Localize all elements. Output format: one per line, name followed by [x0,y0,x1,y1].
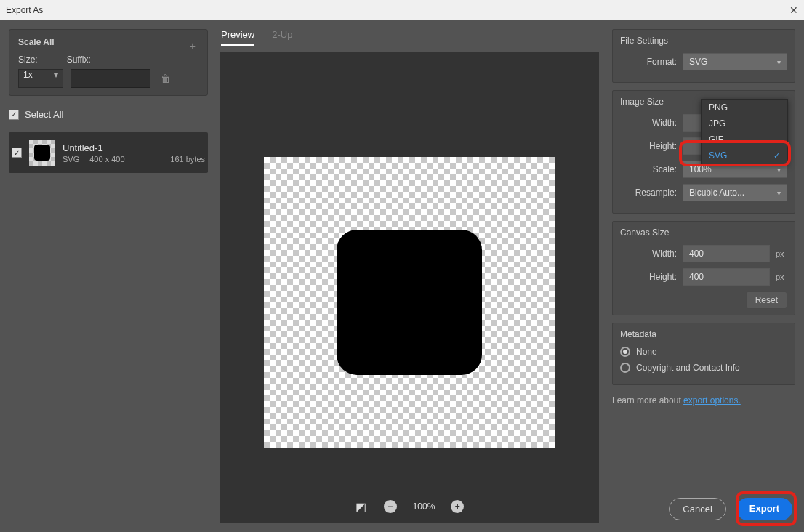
asset-thumbnail [29,140,55,166]
zoom-in-icon[interactable]: + [451,500,464,513]
titlebar: Export As ✕ [0,0,804,20]
canvas-width-label: Width: [620,249,677,259]
file-settings-title: File Settings [620,36,787,46]
preview-area: ◩ − 100% + [220,52,599,523]
asset-dimensions: 400 x 400 [89,155,124,164]
asset-checkbox[interactable]: ✓ [12,148,22,158]
select-all-checkbox[interactable]: ✓ [9,110,19,120]
metadata-copyright-label: Copyright and Contact Info [636,363,740,373]
asset-format: SVG [63,155,79,164]
resample-label: Resample: [620,188,677,198]
format-option-png[interactable]: PNG [702,100,787,116]
delete-scale-icon[interactable]: 🗑 [158,73,174,84]
add-scale-icon[interactable]: + [187,40,198,52]
suffix-input[interactable] [71,69,150,88]
canvas-size-title: Canvas Size [620,227,787,238]
zoom-out-icon[interactable]: − [384,500,397,513]
select-all-label: Select All [25,109,63,120]
tab-preview[interactable]: Preview [221,29,254,46]
asset-name: Untitled-1 [63,142,205,153]
export-options-link[interactable]: export options. [683,395,741,406]
format-select[interactable]: SVG▾ [683,53,787,70]
format-option-gif[interactable]: GIF [702,132,787,148]
metadata-none-label: None [636,347,657,357]
asset-bytes: 161 bytes [170,155,205,164]
metadata-title: Metadata [620,329,787,339]
scale-label: Scale: [620,164,677,174]
img-height-label: Height: [620,141,677,151]
canvas-height-input[interactable]: 400 [683,268,770,286]
metadata-copyright-radio[interactable] [620,363,630,373]
format-dropdown[interactable]: PNG JPG GIF SVG✓ [701,99,788,164]
zoom-value: 100% [413,501,435,512]
format-option-jpg[interactable]: JPG [702,116,787,132]
resample-select[interactable]: Bicubic Auto...▾ [683,184,787,201]
fit-screen-icon[interactable]: ◩ [355,500,368,513]
metadata-none-radio[interactable] [620,347,630,357]
canvas-height-label: Height: [620,272,677,282]
format-label: Format: [620,57,677,67]
size-select[interactable]: 1x [18,69,63,88]
tab-2up[interactable]: 2-Up [272,29,292,46]
scale-all-title: Scale All [18,37,55,47]
size-label: Size: [18,55,38,65]
learn-more: Learn more about export options. [612,395,795,406]
window-title: Export As [6,5,43,15]
img-width-label: Width: [620,118,677,128]
preview-canvas [264,157,555,448]
preview-shape [337,230,482,375]
canvas-width-input[interactable]: 400 [683,245,770,262]
suffix-label: Suffix: [67,55,91,65]
asset-row[interactable]: ✓ Untitled-1 SVG 400 x 400 161 bytes [9,132,208,173]
close-icon[interactable]: ✕ [789,4,798,16]
format-option-svg[interactable]: SVG✓ [702,148,787,164]
reset-button[interactable]: Reset [746,291,787,309]
export-button[interactable]: Export [736,498,792,520]
cancel-button[interactable]: Cancel [669,498,725,520]
